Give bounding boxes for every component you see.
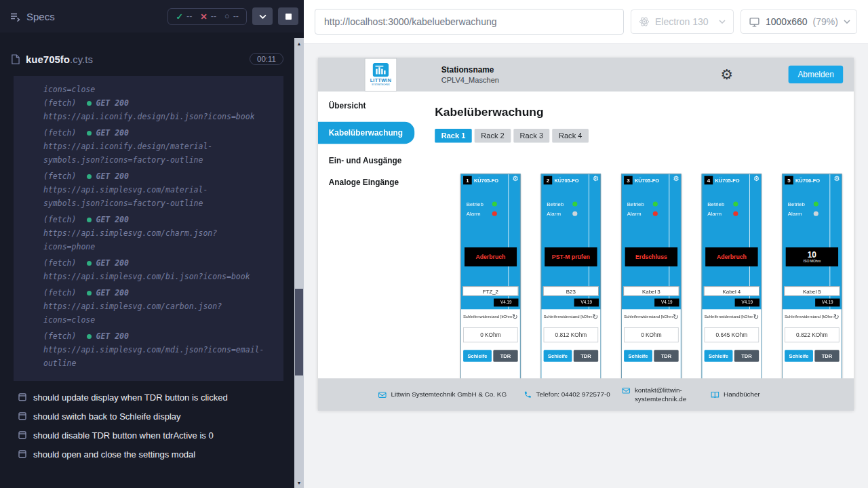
device-number-badge: 4 [705, 176, 713, 185]
schleife-button[interactable]: Schleife [544, 350, 572, 361]
log-line: icons=close [43, 83, 267, 96]
tdr-button[interactable]: TDR [654, 350, 678, 361]
collapse-button[interactable] [252, 7, 273, 25]
app-sidebar: Übersicht Kabelüberwachung Ein- und Ausg… [318, 92, 429, 411]
cypress-runner-panel: Specs ✓-- ✕-- ○-- kue705f [0, 0, 304, 488]
tab-rack-2[interactable]: Rack 2 [475, 129, 511, 143]
spec-header[interactable]: kue705fo.cy.ts 00:11 [0, 49, 294, 69]
log-entry[interactable]: (fetch)GET 200 https://api.simplesvg.com… [43, 256, 267, 283]
viewport-icon [749, 16, 760, 28]
screen: Specs ✓-- ✕-- ○-- kue705f [0, 0, 868, 488]
scrollbar-thumb[interactable] [295, 289, 303, 375]
firmware-version: V4.19 [735, 299, 760, 307]
email-icon [622, 386, 631, 395]
device-settings-gear-icon[interactable]: ⚙ [673, 176, 679, 182]
success-dot-icon [87, 291, 92, 296]
spec-filename: kue705fo.cy.ts [26, 54, 243, 65]
log-entry[interactable]: (fetch)GET 200 https://api.simplesvg.com… [43, 286, 267, 327]
refresh-icon[interactable]: ↻ [593, 313, 599, 320]
firmware-version: V4.19 [815, 299, 840, 307]
tdr-button[interactable]: TDR [493, 350, 517, 361]
station-name: CPLV4_Maschen [441, 75, 499, 84]
device-settings-gear-icon[interactable]: ⚙ [833, 176, 840, 182]
logo-glyph-icon [373, 63, 389, 77]
tdr-button[interactable]: TDR [574, 350, 598, 361]
iso-unit: ISO MOhm [804, 260, 821, 263]
email-icon [378, 390, 387, 399]
device-card-3: ⚙ 3 KÜ705-FO Betrieb Alarm [621, 174, 681, 388]
refresh-icon[interactable]: ↻ [833, 313, 840, 320]
app-footer: Littwin Systemtechnik GmbH & Co. KG Tele… [318, 378, 854, 411]
log-entry[interactable]: (fetch)GET 200 https://api.simplesvg.com… [43, 329, 267, 370]
betrieb-label: Betrieb [627, 201, 649, 207]
schleife-button[interactable]: Schleife [463, 350, 492, 361]
refresh-icon[interactable]: ↻ [753, 313, 760, 320]
runner-scrollbar[interactable]: ▲ ▼ [294, 38, 304, 488]
settings-gear-icon[interactable]: ⚙ [720, 68, 732, 82]
betrieb-led [733, 201, 738, 206]
footer-manuals[interactable]: Handbücher [711, 390, 760, 399]
scroll-down-icon[interactable]: ▼ [294, 477, 304, 488]
test-item[interactable]: should switch back to Schleife display [18, 407, 283, 426]
logout-button[interactable]: Abmelden [789, 66, 843, 83]
device-settings-gear-icon[interactable]: ⚙ [593, 176, 599, 182]
status-display: Aderbruch [705, 247, 757, 266]
schleife-button[interactable]: Schleife [785, 350, 813, 361]
refresh-icon[interactable]: ↻ [512, 313, 518, 320]
viewport-selector[interactable]: 1000x660 (79%) [741, 9, 857, 34]
schleife-button[interactable]: Schleife [705, 350, 733, 361]
log-entry[interactable]: (fetch)GET 200 https://api.simplesvg.com… [43, 213, 267, 253]
refresh-icon[interactable]: ↻ [673, 313, 679, 320]
tdr-button[interactable]: TDR [734, 350, 759, 361]
sidebar-item-analoge-eingaenge[interactable]: Analoge Eingänge [318, 171, 429, 192]
app-body: Übersicht Kabelüberwachung Ein- und Ausg… [318, 92, 854, 411]
book-icon [711, 390, 719, 399]
schleife-button[interactable]: Schleife [624, 350, 652, 361]
test-item[interactable]: should open and close the settings modal [18, 445, 283, 464]
device-number-badge: 2 [544, 176, 553, 185]
spec-file-icon [11, 54, 20, 64]
specs-toggle[interactable]: Specs [9, 11, 55, 22]
device-settings-gear-icon[interactable]: ⚙ [753, 176, 760, 182]
browser-selector[interactable]: Electron 130 [631, 9, 734, 34]
tab-rack-3[interactable]: Rack 3 [513, 129, 549, 143]
runner-body: kue705fo.cy.ts 00:11 icons=close (fetch)… [0, 33, 304, 488]
littwin-logo: LITTWIN SYSTEMTECHNIK [366, 58, 397, 90]
measurement-label: Schleifenwiderstand [kOhm] [785, 314, 833, 319]
pending-stat: ○-- [224, 12, 239, 21]
cable-name: Kabel 5 [784, 286, 840, 296]
sidebar-item-uebersicht[interactable]: Übersicht [318, 95, 429, 117]
footer-company: Littwin Systemtechnik GmbH & Co. KG [378, 390, 513, 399]
log-entry[interactable]: (fetch)GET 200 https://api.simplesvg.com… [43, 169, 267, 210]
tab-rack-1[interactable]: Rack 1 [435, 129, 472, 143]
tdr-button[interactable]: TDR [814, 350, 839, 361]
log-entry[interactable]: (fetch)GET 200 https://api.iconify.desig… [43, 96, 267, 123]
test-block-icon [18, 431, 26, 439]
chevron-down-icon [259, 14, 267, 19]
passed-stat: ✓-- [176, 12, 192, 22]
tab-rack-4[interactable]: Rack 4 [552, 129, 588, 143]
page-title: Kabelüberwachung [435, 105, 854, 119]
device-model: KÜ706-FO [795, 178, 820, 184]
measurement-label: Schleifenwiderstand [kOhm] [544, 314, 593, 319]
stop-button[interactable] [278, 7, 298, 25]
device-card-5: ⚙ 5 KÜ706-FO Betrieb Alarm [782, 174, 842, 388]
sidebar-item-ein-und-ausgaenge[interactable]: Ein- und Ausgänge [318, 149, 429, 171]
test-item[interactable]: should update display when TDR button is… [18, 388, 283, 407]
device-model: KÜ705-FO [474, 178, 498, 184]
success-dot-icon [87, 174, 92, 179]
sidebar-item-kabelueberwachung[interactable]: Kabelüberwachung [318, 122, 414, 144]
alarm-label: Alarm [788, 211, 810, 217]
status-display: 10 ISO MOhm [786, 247, 838, 266]
url-input[interactable]: http://localhost:3000/kabelueberwachung [315, 9, 624, 35]
test-list: should update display when TDR button is… [0, 388, 294, 464]
measurement-value: 0 KOhm [624, 327, 679, 342]
scroll-up-icon[interactable]: ▲ [294, 38, 304, 49]
log-entry[interactable]: (fetch)GET 200 https://api.iconify.desig… [43, 126, 267, 167]
kabelueberwachung-app: LITTWIN SYSTEMTECHNIK Stationsname CPLV4… [318, 58, 854, 411]
device-card-2: ⚙ 2 KÜ705-FO Betrieb Alarm [541, 174, 601, 388]
test-item[interactable]: should disable TDR button when tdrActive… [18, 426, 283, 445]
x-icon: ✕ [200, 12, 207, 22]
scrollbar-track[interactable] [294, 49, 304, 477]
device-settings-gear-icon[interactable]: ⚙ [512, 176, 518, 182]
